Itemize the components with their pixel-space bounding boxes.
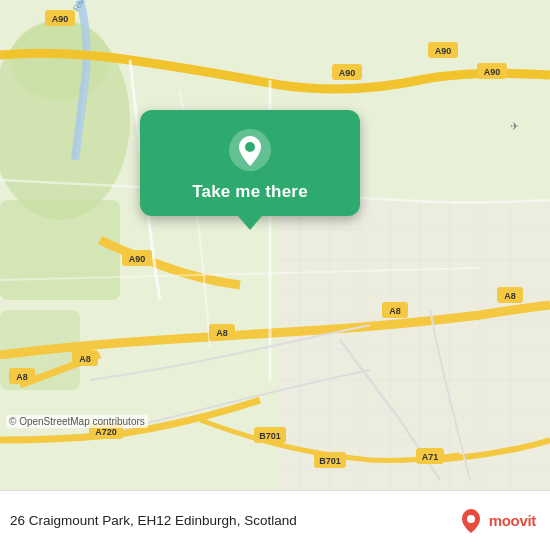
callout-bubble[interactable]: Take me there bbox=[140, 110, 360, 216]
svg-text:A90: A90 bbox=[129, 254, 146, 264]
take-me-there-label: Take me there bbox=[192, 182, 308, 202]
svg-point-54 bbox=[245, 142, 255, 152]
moovit-wordmark: moovit bbox=[489, 512, 536, 529]
svg-text:A71: A71 bbox=[422, 452, 439, 462]
svg-point-55 bbox=[467, 515, 475, 523]
svg-text:A720: A720 bbox=[95, 427, 117, 437]
osm-credit: © OpenStreetMap contributors bbox=[6, 415, 148, 428]
svg-text:A90: A90 bbox=[52, 14, 69, 24]
svg-rect-5 bbox=[280, 200, 550, 490]
svg-text:✈: ✈ bbox=[510, 120, 519, 132]
location-pin-icon bbox=[228, 128, 272, 172]
svg-text:A8: A8 bbox=[504, 291, 516, 301]
svg-text:B701: B701 bbox=[319, 456, 341, 466]
svg-text:A8: A8 bbox=[389, 306, 401, 316]
svg-text:A8: A8 bbox=[216, 328, 228, 338]
svg-text:A90: A90 bbox=[435, 46, 452, 56]
map-container: A90 A90 A90 A90 A90 A8 A8 A8 A8 A8 A720 … bbox=[0, 0, 550, 490]
moovit-icon bbox=[457, 507, 485, 535]
svg-text:A90: A90 bbox=[339, 68, 356, 78]
moovit-logo: moovit bbox=[457, 507, 536, 535]
svg-text:A8: A8 bbox=[16, 372, 28, 382]
bottom-bar: 26 Craigmount Park, EH12 Edinburgh, Scot… bbox=[0, 490, 550, 550]
svg-rect-2 bbox=[0, 200, 120, 300]
svg-text:B701: B701 bbox=[259, 431, 281, 441]
svg-text:A8: A8 bbox=[79, 354, 91, 364]
address-text: 26 Craigmount Park, EH12 Edinburgh, Scot… bbox=[10, 513, 457, 528]
svg-text:A90: A90 bbox=[484, 67, 501, 77]
